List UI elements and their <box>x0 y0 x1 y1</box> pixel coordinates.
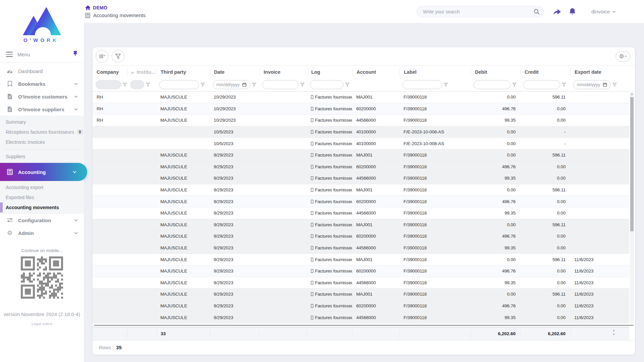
scrollbar-thumb[interactable] <box>630 97 634 231</box>
filter-text-input[interactable] <box>406 82 438 87</box>
cell-export-date: 11/6/2023 <box>570 292 629 297</box>
filter-funnel-icon[interactable] <box>562 82 566 87</box>
filter-funnel-icon[interactable] <box>512 82 517 87</box>
filter-funnel-icon[interactable] <box>345 82 350 87</box>
sidebar-subitem-summary[interactable]: Summary <box>0 117 84 127</box>
filter-funnel-icon[interactable] <box>123 82 127 87</box>
hamburger-icon[interactable] <box>6 52 13 57</box>
calculator-icon <box>85 13 90 18</box>
table-row[interactable]: MAJUSCULE9/29/2023Factures fournisseurs4… <box>93 173 629 184</box>
sidebar-item-configuration[interactable]: Configuration <box>0 214 84 227</box>
search-input[interactable] <box>423 9 534 14</box>
table-row[interactable]: RHMAJUSCULE10/29/2023Factures fournisseu… <box>93 103 629 115</box>
vertical-scrollbar[interactable]: ▲ <box>630 92 634 323</box>
legal-notice-link[interactable]: Legal notice <box>0 322 84 326</box>
page-title-row: Accounting movements <box>85 12 146 18</box>
column-header-debit[interactable]: Debit <box>471 68 520 76</box>
table-row[interactable]: MAJUSCULE9/29/2023Factures fournisseursM… <box>93 219 629 231</box>
filter-input[interactable] <box>523 80 560 89</box>
table-row[interactable]: MAJUSCULE9/29/2023Factures fournisseurs4… <box>93 277 629 289</box>
column-header-account[interactable]: Account <box>352 68 399 76</box>
sidebar-item-bookmarks[interactable]: Bookmarks <box>0 77 84 90</box>
column-chooser-button[interactable] <box>96 50 108 63</box>
table-row[interactable]: RHMAJUSCULE10/29/2023Factures fournisseu… <box>93 115 629 126</box>
pin-icon[interactable] <box>73 51 78 58</box>
column-header-export-date[interactable]: Export date <box>570 68 629 76</box>
table-row[interactable]: MAJUSCULE9/29/2023Factures fournisseursM… <box>93 289 629 300</box>
global-search[interactable] <box>417 6 544 17</box>
filter-text-input[interactable] <box>314 82 340 87</box>
user-menu[interactable]: dinvoice <box>591 9 616 14</box>
calendar-icon[interactable] <box>242 82 247 87</box>
table-row[interactable]: MAJUSCULE9/29/2023Factures fournisseurs6… <box>93 161 629 173</box>
filter-input[interactable]: mm/dd/yyyy <box>213 80 250 89</box>
column-header-company[interactable]: Company <box>93 68 127 76</box>
filter-input[interactable]: mm/dd/yyyy <box>573 80 611 89</box>
sidebar-subitem-exported-files[interactable]: Exported files <box>0 192 84 202</box>
table-row[interactable]: MAJUSCULE9/29/2023Factures fournisseurs4… <box>93 242 629 254</box>
filter-text-input[interactable] <box>266 82 295 87</box>
filter-funnel-icon[interactable] <box>146 82 150 87</box>
table-row[interactable]: 10/5/2023Factures fournisseurs40100000F/… <box>93 126 629 138</box>
filter-input[interactable] <box>474 80 511 89</box>
table-row[interactable]: MAJUSCULE9/29/2023Factures fournisseurs6… <box>93 265 629 277</box>
table-row[interactable]: MAJUSCULE9/29/2023Factures fournisseurs4… <box>93 312 629 323</box>
sidebar-subitem-suppliers[interactable]: Suppliers <box>0 152 84 162</box>
sidebar-item-o-invoice-suppliers[interactable]: O'Invoice suppliers <box>0 103 84 116</box>
sidebar-item-accounting[interactable]: Accounting <box>0 163 87 181</box>
sidebar-subitem-r-ceptions-factures-fournisseurs[interactable]: Réceptions factures fournisseurs0 <box>0 127 84 137</box>
filter-input[interactable] <box>402 80 442 89</box>
cell-debit: 496.76 <box>471 234 520 239</box>
column-header-institu-[interactable]: ▶Institu... <box>127 68 156 76</box>
filter-input[interactable] <box>159 80 199 89</box>
filter-text-input[interactable] <box>527 82 556 87</box>
table-row[interactable]: MAJUSCULE9/29/2023Factures fournisseurs4… <box>93 207 629 219</box>
grid-settings-button[interactable]: ⚙ ▾ <box>615 51 630 62</box>
column-header-invoice[interactable]: Invoice <box>259 68 307 76</box>
scroll-up-arrow[interactable]: ▲ <box>631 93 633 96</box>
calendar-icon[interactable] <box>603 82 607 87</box>
filter-text-input[interactable] <box>163 82 195 87</box>
table-row[interactable]: MAJUSCULE9/29/2023Factures fournisseursM… <box>93 254 629 265</box>
filter-funnel-icon[interactable] <box>300 82 305 87</box>
filter-input[interactable] <box>262 80 299 89</box>
horizontal-scrollbar[interactable] <box>93 323 635 327</box>
sidebar-subitem-accounting-export[interactable]: Accounting export <box>0 182 84 192</box>
filter-funnel-icon[interactable] <box>612 82 617 87</box>
group-expand-icon[interactable]: ▶ <box>131 69 134 76</box>
summary-scroll-arrows[interactable]: ▲▼ <box>612 329 615 336</box>
sidebar-item-admin[interactable]: ⚙Admin <box>0 227 84 239</box>
filter-builder-button[interactable] <box>112 50 124 63</box>
column-header-third-party[interactable]: Third party <box>156 68 210 76</box>
table-row[interactable]: MAJUSCULE9/29/2023Factures fournisseursM… <box>93 149 629 161</box>
breadcrumb-home[interactable]: DEMO <box>85 5 146 10</box>
cell-credit: - <box>520 141 570 146</box>
table-row[interactable]: RHMAJUSCULE10/29/2023Factures fournisseu… <box>93 92 629 103</box>
cell-account: 44566000 <box>352 210 399 216</box>
table-row[interactable]: MAJUSCULE9/29/2023Factures fournisseurs6… <box>93 231 629 242</box>
filter-funnel-icon[interactable] <box>444 82 448 87</box>
filter-text-input[interactable] <box>477 82 507 87</box>
table-row[interactable]: 10/5/2023Factures fournisseurs40100000F/… <box>93 138 629 149</box>
table-row[interactable]: MAJUSCULE9/29/2023Factures fournisseurs6… <box>93 300 629 312</box>
column-header-label[interactable]: Label <box>399 68 471 76</box>
sidebar-item-dashboard[interactable]: Dashboard <box>0 65 84 77</box>
app-logo[interactable]: O'WORK <box>0 0 84 47</box>
share-button[interactable] <box>553 8 561 15</box>
column-header-log[interactable]: Log <box>307 68 352 76</box>
table-row[interactable]: MAJUSCULE9/29/2023Factures fournisseursM… <box>93 184 629 196</box>
column-header-date[interactable]: Date <box>210 68 259 76</box>
notifications-button[interactable] <box>569 8 576 15</box>
column-label: Label <box>404 69 417 75</box>
summary-cell <box>399 329 471 338</box>
sidebar-subitem-accounting-movements[interactable]: Accounting movements <box>0 202 84 213</box>
filter-funnel-icon[interactable] <box>252 82 256 87</box>
filter-input[interactable] <box>310 80 343 89</box>
table-row[interactable]: MAJUSCULE9/29/2023Factures fournisseurs6… <box>93 196 629 207</box>
filter-funnel-icon[interactable] <box>201 82 205 87</box>
search-icon[interactable] <box>534 9 540 15</box>
missing-glyph-icon <box>311 281 313 285</box>
sidebar-subitem-electronic-invoices[interactable]: Electronic Invoices <box>0 137 84 147</box>
column-header-credit[interactable]: Credit <box>520 68 570 76</box>
sidebar-item-o-invoice-customers[interactable]: O'Invoice customers <box>0 90 84 103</box>
